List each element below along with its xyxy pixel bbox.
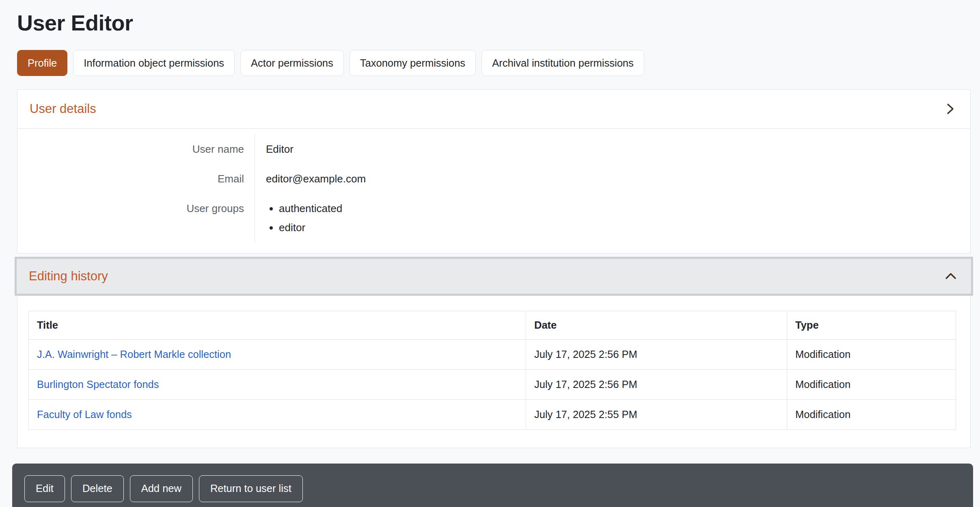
user-details-section-title: User details xyxy=(30,102,96,116)
column-header-type: Type xyxy=(787,311,956,339)
editing-history-body: Title Date Type J.A. Wainwright – Robert… xyxy=(17,296,971,448)
field-row-user-groups: User groups authenticated editor xyxy=(17,194,970,243)
user-details-fields: User name Editor Email editor@example.co… xyxy=(17,129,971,254)
cell-type: Modification xyxy=(787,399,956,429)
user-details-section-header[interactable]: User details xyxy=(17,89,971,129)
tab-actor-permissions[interactable]: Actor permissions xyxy=(240,50,344,76)
cell-title: Burlington Spectator fonds xyxy=(29,369,526,399)
cell-date: July 17, 2025 2:56 PM xyxy=(526,369,787,399)
tab-taxonomy-permissions[interactable]: Taxonomy permissions xyxy=(350,50,476,76)
email-value: editor@example.com xyxy=(255,164,366,194)
username-label: User name xyxy=(17,134,255,164)
cell-type: Modification xyxy=(787,369,956,399)
record-link[interactable]: J.A. Wainwright – Robert Markle collecti… xyxy=(37,349,231,360)
column-header-title: Title xyxy=(29,311,526,339)
user-groups-list: authenticated editor xyxy=(266,202,342,234)
tab-bar: Profile Information object permissions A… xyxy=(17,50,971,76)
cell-type: Modification xyxy=(787,339,956,369)
chevron-up-icon xyxy=(943,268,959,284)
tab-profile[interactable]: Profile xyxy=(17,50,67,76)
add-new-button[interactable]: Add new xyxy=(130,475,193,502)
cell-title: Faculty of Law fonds xyxy=(29,399,526,429)
editing-history-table: Title Date Type J.A. Wainwright – Robert… xyxy=(28,311,956,430)
field-row-username: User name Editor xyxy=(17,134,970,164)
user-group-item: editor xyxy=(279,221,342,234)
column-header-date: Date xyxy=(526,311,787,339)
delete-button[interactable]: Delete xyxy=(71,475,124,502)
action-bar: Edit Delete Add new Return to user list xyxy=(12,464,973,507)
return-to-user-list-button[interactable]: Return to user list xyxy=(199,475,303,502)
table-row: Faculty of Law fonds July 17, 2025 2:55 … xyxy=(29,399,956,429)
table-row: J.A. Wainwright – Robert Markle collecti… xyxy=(29,339,956,369)
username-value: Editor xyxy=(255,134,294,164)
cell-title: J.A. Wainwright – Robert Markle collecti… xyxy=(29,339,526,369)
tab-information-object-permissions[interactable]: Information object permissions xyxy=(73,50,235,76)
user-group-item: authenticated xyxy=(279,202,342,215)
editing-history-header-outline: Editing history xyxy=(15,257,973,296)
page-title: User Editor xyxy=(17,10,971,36)
record-link[interactable]: Faculty of Law fonds xyxy=(37,409,132,420)
edit-button[interactable]: Edit xyxy=(24,475,65,502)
email-label: Email xyxy=(17,164,255,194)
editing-history-section-title: Editing history xyxy=(29,269,108,284)
user-groups-value: authenticated editor xyxy=(255,194,342,243)
chevron-right-icon xyxy=(942,101,958,117)
field-row-email: Email editor@example.com xyxy=(17,164,970,194)
record-link[interactable]: Burlington Spectator fonds xyxy=(37,379,159,390)
profile-accordion: User details User name Editor Email edit… xyxy=(17,89,971,448)
editing-history-section-header[interactable]: Editing history xyxy=(17,259,971,294)
cell-date: July 17, 2025 2:55 PM xyxy=(526,399,787,429)
tab-archival-institution-permissions[interactable]: Archival institution permissions xyxy=(481,50,644,76)
table-row: Burlington Spectator fonds July 17, 2025… xyxy=(29,369,956,399)
table-header-row: Title Date Type xyxy=(29,311,956,339)
user-groups-label: User groups xyxy=(17,194,255,243)
cell-date: July 17, 2025 2:56 PM xyxy=(526,339,787,369)
page-container: User Editor Profile Information object p… xyxy=(0,10,980,507)
